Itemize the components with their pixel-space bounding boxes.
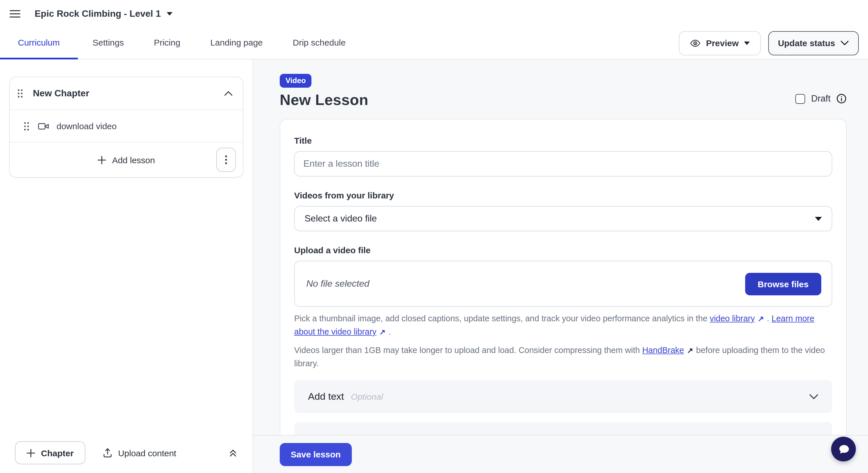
lesson-page-title: New Lesson [280,91,368,109]
upload-field: Upload a video file No file selected Bro… [294,245,832,370]
double-chevron-up-icon [228,448,238,458]
video-library-label: Videos from your library [294,190,832,200]
select-caret-icon [815,217,822,221]
top-bar: Epic Rock Climbing - Level 1 [0,0,868,27]
hamburger-menu-button[interactable] [7,7,23,21]
preview-label: Preview [706,38,739,48]
collapse-chapter-button[interactable] [222,89,235,98]
tab-curriculum[interactable]: Curriculum [0,27,78,59]
lesson-form-card: Title Videos from your library Select a … [280,119,847,435]
kebab-icon [225,155,227,164]
add-chapter-label: Chapter [41,448,73,458]
draft-checkbox[interactable] [796,94,805,103]
lesson-heading-group: Video New Lesson [280,74,368,109]
chevron-down-icon [809,394,818,400]
curriculum-sidebar: New Chapter download video Add lesson [0,59,253,473]
video-library-select[interactable]: Select a video file [294,206,832,231]
add-downloads-label: Add downloads [308,433,375,435]
tab-pricing[interactable]: Pricing [139,27,195,59]
lesson-editor: Video New Lesson Draft Title [253,59,868,473]
drag-handle-icon[interactable] [24,121,29,131]
upload-content-label: Upload content [118,448,176,458]
collapse-all-button[interactable] [226,446,240,460]
plus-icon [27,448,35,457]
handbrake-link[interactable]: HandBrake [642,346,684,355]
editor-footer: Save lesson [253,435,868,473]
sidebar-footer: Chapter Upload content [9,440,243,470]
tab-landing-page[interactable]: Landing page [195,27,278,59]
lesson-item-title: download video [57,121,117,131]
plus-icon [98,155,106,164]
video-library-link[interactable]: video library [710,314,755,323]
title-label: Title [294,135,832,145]
add-lesson-label: Add lesson [112,155,155,165]
header-actions: Preview Update status [679,27,859,59]
app-window: Epic Rock Climbing - Level 1 Curriculum … [0,0,868,473]
hamburger-icon [9,9,21,18]
caret-down-icon [166,12,172,15]
video-library-help-text: Pick a thumbnail image, add closed capti… [294,312,832,339]
lesson-item[interactable]: download video [10,110,243,142]
upload-dropzone[interactable]: No file selected Browse files [294,261,832,307]
upload-icon [102,448,112,458]
lesson-editor-scroll: Video New Lesson Draft Title [253,59,868,435]
lesson-header: Video New Lesson Draft [280,74,847,109]
page-content: New Chapter download video Add lesson [0,59,868,473]
tab-settings[interactable]: Settings [78,27,139,59]
browse-files-button[interactable]: Browse files [745,273,821,295]
video-library-select-value: Select a video file [305,214,377,224]
upload-label: Upload a video file [294,245,832,255]
chevron-down-icon [840,40,849,45]
file-status-text: No file selected [306,279,369,289]
chapter-title[interactable]: New Chapter [33,88,212,99]
video-library-field: Videos from your library Select a video … [294,190,832,231]
update-status-button[interactable]: Update status [768,31,859,55]
lesson-type-badge: Video [280,74,311,88]
course-title-dropdown[interactable]: Epic Rock Climbing - Level 1 [31,8,176,19]
title-field: Title [294,135,832,177]
chat-bubble-icon [837,442,850,456]
external-link-icon: ↗ [758,314,764,323]
chapter-menu-button[interactable] [216,148,236,172]
external-link-icon: ↗ [687,346,693,355]
lesson-title-input[interactable] [294,151,832,177]
chapter-footer: Add lesson [10,143,243,177]
drag-handle-icon[interactable] [17,89,23,98]
chevron-up-icon [224,91,232,96]
tab-drip-schedule[interactable]: Drip schedule [278,27,361,59]
help-text: Pick a thumbnail image, add closed capti… [294,314,710,323]
help-text: . [386,327,391,336]
preview-button[interactable]: Preview [679,31,761,55]
add-text-section[interactable]: Add text Optional [294,380,832,413]
save-lesson-button[interactable]: Save lesson [280,443,351,466]
external-link-icon: ↗ [379,328,385,336]
eye-icon [690,38,701,48]
add-downloads-section[interactable]: Add downloads Optional [294,422,832,435]
chapter-header: New Chapter [10,77,243,109]
compression-help-text: Videos larger than 1GB may take longer t… [294,344,832,370]
draft-toggle-group: Draft [796,93,847,104]
chat-widget-button[interactable] [831,437,856,462]
course-title: Epic Rock Climbing - Level 1 [35,8,161,19]
optional-label: Optional [351,392,383,402]
chapter-card: New Chapter download video Add lesson [9,77,243,178]
help-text: Videos larger than 1GB may take longer t… [294,346,642,355]
video-camera-icon [37,121,50,131]
add-lesson-button[interactable]: Add lesson [17,154,236,165]
update-status-label: Update status [778,38,835,48]
help-text: . [765,314,771,323]
caret-down-icon [744,41,750,45]
draft-label: Draft [811,93,831,104]
add-chapter-button[interactable]: Chapter [15,441,85,464]
upload-content-button[interactable]: Upload content [99,447,180,459]
tab-bar: Curriculum Settings Pricing Landing page… [0,27,868,59]
info-icon[interactable] [836,93,847,104]
add-text-label: Add text [308,391,344,402]
tab-list: Curriculum Settings Pricing Landing page… [0,27,361,59]
